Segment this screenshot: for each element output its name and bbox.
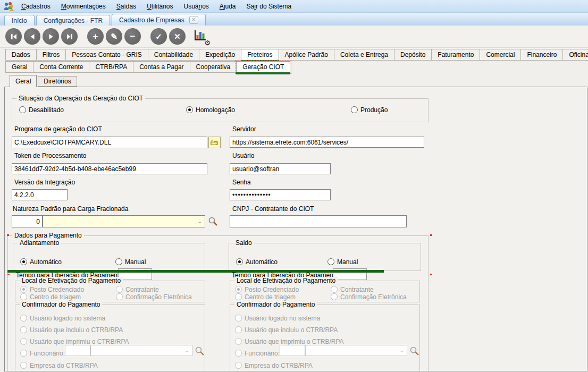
senha-label: Senha <box>232 179 251 186</box>
confirm-button[interactable]: ✓ <box>150 28 167 45</box>
menu-ajuda[interactable]: Ajuda <box>214 2 241 11</box>
menu-cadastros[interactable]: Cadastros <box>16 2 56 11</box>
radio-circle-icon <box>236 258 243 265</box>
tab-geracao-ciot[interactable]: Geração CIOT <box>236 61 290 73</box>
tab-dados[interactable]: Dados <box>5 49 37 61</box>
tab-expedicao[interactable]: Expedição <box>199 49 241 61</box>
usuario-incluiu-radio: Usuário que incluiu o CTRB/RPA <box>20 326 123 334</box>
adiantamento-column: Adiantamento Automático Manual Tempo par… <box>13 235 216 371</box>
chart-settings-button[interactable]: ⚙ <box>193 29 209 45</box>
menu-movimentacoes[interactable]: Movimentações <box>56 2 111 11</box>
usuario-input[interactable] <box>230 163 331 174</box>
radio-circle-icon <box>20 258 27 265</box>
usuario-label: Usuário <box>232 152 254 159</box>
radio-circle-icon <box>20 338 27 345</box>
saldo-title: Saldo <box>233 239 254 247</box>
tab-coleta-e-entrega[interactable]: Coleta e Entrega <box>334 49 394 61</box>
radio-circle-icon <box>20 350 27 357</box>
tab-deposito[interactable]: Depósito <box>394 49 432 61</box>
saldo-automatico-radio[interactable]: Automático <box>236 258 278 266</box>
tab-geral-ciot[interactable]: Geral <box>10 75 37 87</box>
servidor-input[interactable] <box>230 137 424 148</box>
first-record-button[interactable] <box>5 28 22 45</box>
contratante-radio: Contratante <box>331 285 374 293</box>
funcionario-combo <box>305 345 407 356</box>
radio-circle-icon <box>115 258 122 265</box>
usuario-logado-radio: Usuário logado no sistema <box>235 314 320 322</box>
cnpj-label: CNPJ - Contratante do CIOT <box>232 205 314 213</box>
tab-diretorios[interactable]: Diretórios <box>38 76 77 87</box>
confirmador-title: Confirmador do Pagamento <box>234 301 317 308</box>
senha-input[interactable] <box>230 189 331 200</box>
radio-homologacao[interactable]: Homologação <box>186 106 235 114</box>
tab-pessoas-contato-gris[interactable]: Pessoas Contato - GRIS <box>65 49 148 61</box>
add-record-button[interactable]: + <box>87 28 104 45</box>
radio-circle-icon <box>235 326 242 333</box>
tab-contabilidade[interactable]: Contabilidade <box>148 49 199 61</box>
tab-financeiro[interactable]: Financeiro <box>520 49 563 61</box>
edit-record-button[interactable]: ✎ <box>106 28 122 45</box>
confirmador-title: Confirmador do Pagamento <box>20 301 102 308</box>
radio-circle-icon <box>20 315 27 322</box>
last-record-button[interactable] <box>61 28 78 45</box>
funcionario-code-input <box>280 345 305 356</box>
programa-label: Programa de geração do CIOT <box>14 125 102 133</box>
saldo-manual-radio[interactable]: Manual <box>327 258 358 266</box>
geracao-ciot-sub-tab-row: Geral Diretórios <box>10 75 588 87</box>
menu-usuarios[interactable]: Usuários <box>178 2 214 11</box>
tab-geral-sub[interactable]: Geral <box>5 61 33 73</box>
natureza-code-input[interactable] <box>12 215 43 227</box>
adiantamento-manual-radio[interactable]: Manual <box>115 258 146 266</box>
versao-input[interactable] <box>12 189 68 200</box>
tab-comercial[interactable]: Comercial <box>480 49 521 61</box>
tab-faturamento[interactable]: Faturamento <box>431 49 480 61</box>
check-icon: ✓ <box>155 32 162 40</box>
browse-folder-button[interactable] <box>208 137 221 148</box>
radio-circle-icon <box>235 338 242 345</box>
radio-circle-icon <box>235 293 242 300</box>
cnpj-input[interactable] <box>230 215 407 227</box>
local-efetivacao-title: Local de Efetivação do Pagamento <box>234 277 338 284</box>
tab-apolice-padrao[interactable]: Apólice Padrão <box>279 49 334 61</box>
menu-sair-do-sistema[interactable]: Sair do Sistema <box>241 2 297 11</box>
situacao-group-title: Situação da Operação da Geração do CIOT <box>16 95 145 102</box>
cancel-button[interactable]: ✕ <box>169 28 186 45</box>
menu-saidas[interactable]: Saídas <box>111 2 141 11</box>
adiantamento-title: Adiantamento <box>18 239 61 247</box>
token-input[interactable] <box>12 163 207 174</box>
tab-oficina[interactable]: Oficina <box>562 49 588 61</box>
red-mark <box>7 234 9 236</box>
radio-desabilitado[interactable]: Desabilitado <box>19 106 64 114</box>
menu-utilitarios[interactable]: Utilitários <box>141 2 178 11</box>
radio-circle-icon <box>186 106 193 113</box>
delete-record-button[interactable]: − <box>124 28 141 45</box>
adiantamento-automatico-radio[interactable]: Automático <box>20 258 62 266</box>
menu-bar: Cadastros Movimentações Saídas Utilitári… <box>0 0 588 13</box>
document-tab-strip: Início Configurações - FTR Cadastro de E… <box>0 13 588 26</box>
radio-producao[interactable]: Produção <box>351 106 388 114</box>
geral-tab-page: Situação da Operação da Geração do CIOT … <box>4 87 587 371</box>
natureza-search-icon[interactable] <box>208 216 218 226</box>
local-efetivacao-title: Local de Efetivação do Pagamento <box>20 277 123 284</box>
doctab-inicio[interactable]: Início <box>4 15 35 26</box>
funcionario-radio: Funcionário: <box>20 349 65 357</box>
confirmacao-eletronica-radio: Confirmação Eletrônica <box>331 293 407 301</box>
programa-input[interactable] <box>12 137 207 148</box>
radio-circle-icon <box>116 293 123 300</box>
tab-contas-a-pagar[interactable]: Contas a Pagar <box>133 61 190 73</box>
doctab-configuracoes-ftr[interactable]: Configurações - FTR <box>36 15 110 26</box>
next-record-button[interactable] <box>43 28 59 45</box>
tab-cooperativa[interactable]: Cooperativa <box>190 61 237 73</box>
tab-filtros[interactable]: Filtros <box>36 49 66 61</box>
funcionario-radio: Funcionário: <box>235 349 280 357</box>
radio-circle-icon <box>19 106 26 113</box>
last-record-icon <box>66 33 73 40</box>
tab-conta-corrente[interactable]: Conta Corrente <box>33 61 89 73</box>
close-tab-icon[interactable]: ✕ <box>189 16 198 24</box>
tab-ctrb-rpa[interactable]: CTRB/RPA <box>89 61 133 73</box>
minus-icon: − <box>130 32 136 41</box>
doctab-cadastro-de-empresas[interactable]: Cadastro de Empresas ✕ <box>112 14 206 26</box>
tab-freteiros[interactable]: Freteiros <box>241 49 279 61</box>
natureza-combo[interactable] <box>43 215 205 227</box>
previous-record-button[interactable] <box>24 28 40 45</box>
